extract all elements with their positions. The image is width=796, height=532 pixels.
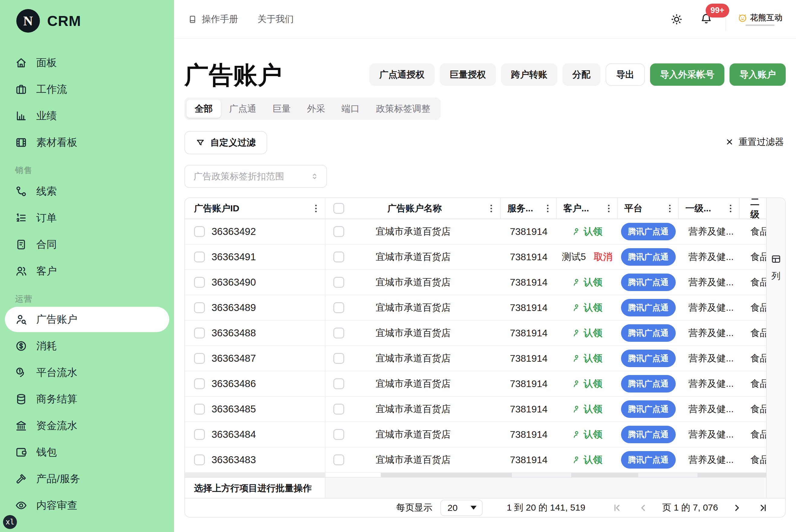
- juliang-authorize-button[interactable]: 巨量授权: [440, 63, 496, 86]
- sidebar-item-label: 产品/服务: [36, 472, 80, 486]
- sidebar-item-fund-flow[interactable]: 资金流水: [0, 413, 174, 439]
- claim-action[interactable]: 认领: [572, 225, 602, 238]
- sidebar-item-wallet[interactable]: 钱包: [0, 439, 174, 466]
- previous-page-button[interactable]: [638, 503, 648, 513]
- row-checkbox[interactable]: [194, 454, 205, 465]
- sidebar-item-customers[interactable]: 客户: [0, 258, 174, 284]
- cross-account-transfer-button[interactable]: 跨户转账: [501, 63, 557, 86]
- sidebar-item-platform-flow[interactable]: 平台流水: [0, 359, 174, 386]
- row-checkbox[interactable]: [333, 378, 344, 389]
- row-checkbox[interactable]: [333, 226, 344, 237]
- ad-account-name: 宜城市承道百货店: [376, 352, 451, 365]
- column-menu-icon[interactable]: [310, 202, 322, 215]
- sidebar-item-contracts[interactable]: 合同: [0, 231, 174, 258]
- service-id: 7381914: [510, 429, 548, 440]
- row-checkbox[interactable]: [194, 429, 205, 440]
- column-menu-icon[interactable]: [602, 202, 615, 215]
- about-link[interactable]: 关于我们: [257, 13, 294, 25]
- sidebar-item-material-board[interactable]: 素材看板: [0, 129, 174, 156]
- claim-action[interactable]: 认领: [572, 327, 602, 339]
- category-level1: 营养及健...: [688, 327, 734, 339]
- row-checkbox[interactable]: [333, 251, 344, 262]
- row-checkbox[interactable]: [333, 328, 344, 339]
- tab-juliang[interactable]: 巨量: [265, 100, 299, 118]
- row-checkbox[interactable]: [194, 353, 205, 364]
- sidebar-item-products-services[interactable]: 产品/服务: [0, 466, 174, 492]
- filter-tabs: 全部 广点通 巨量 外采 端口 政策标签调整: [184, 97, 440, 120]
- row-checkbox[interactable]: [194, 251, 205, 262]
- sidebar-item-orders[interactable]: 订单: [0, 205, 174, 231]
- category-level1: 营养及健...: [688, 377, 734, 390]
- row-checkbox[interactable]: [333, 404, 344, 415]
- first-page-button[interactable]: [612, 503, 622, 513]
- claim-action[interactable]: 认领: [572, 352, 602, 365]
- brand-logo-icon: N: [16, 9, 40, 33]
- tab-policy-tag-adjust[interactable]: 政策标签调整: [368, 100, 438, 118]
- horizontal-scrollbar[interactable]: [185, 473, 785, 477]
- column-menu-icon[interactable]: [664, 202, 676, 215]
- claim-action[interactable]: 认领: [572, 377, 602, 390]
- columns-panel-toggle[interactable]: 列: [766, 198, 785, 499]
- brand[interactable]: N CRM: [0, 0, 174, 33]
- sidebar-item-ad-accounts[interactable]: 广告账户: [5, 307, 169, 332]
- row-checkbox[interactable]: [194, 302, 205, 313]
- select-all-checkbox[interactable]: [333, 203, 344, 214]
- claim-action[interactable]: 认领: [572, 454, 602, 466]
- table-row: 36363488 宜城市承道百货店 7381914 认领 腾讯广点通 营养及健.…: [185, 321, 785, 346]
- partner-logo-subtext-bar: [745, 24, 775, 26]
- tab-all[interactable]: 全部: [186, 100, 221, 118]
- about-label: 关于我们: [257, 13, 294, 25]
- page-title: 广告账户: [184, 59, 282, 92]
- row-checkbox[interactable]: [333, 277, 344, 288]
- reset-filters-button[interactable]: 重置过滤器: [725, 134, 784, 150]
- partner-logo[interactable]: 花熊互动: [737, 12, 783, 26]
- tab-external[interactable]: 外采: [299, 100, 333, 118]
- row-checkbox[interactable]: [194, 226, 205, 237]
- row-checkbox[interactable]: [333, 302, 344, 313]
- row-checkbox[interactable]: [194, 328, 205, 339]
- tab-port[interactable]: 端口: [333, 100, 368, 118]
- per-page-select[interactable]: 20: [440, 500, 483, 516]
- sidebar-item-label: 平台流水: [36, 366, 77, 380]
- row-checkbox[interactable]: [194, 378, 205, 389]
- assign-button[interactable]: 分配: [562, 63, 600, 86]
- row-checkbox[interactable]: [333, 454, 344, 465]
- manual-link[interactable]: 操作手册: [188, 13, 238, 25]
- person-icon: [572, 227, 581, 236]
- row-checkbox[interactable]: [333, 429, 344, 440]
- cancel-action[interactable]: 取消: [594, 251, 613, 263]
- user-avatar[interactable]: xl: [3, 515, 17, 529]
- claim-action[interactable]: 认领: [572, 301, 602, 314]
- sidebar-item-performance[interactable]: 业绩: [0, 103, 174, 129]
- sidebar-item-workflow[interactable]: 工作流: [0, 76, 174, 103]
- sidebar-item-leads[interactable]: 线索: [0, 178, 174, 205]
- page-actions: 广点通授权 巨量授权 跨户转账 分配 导出 导入外采帐号 导入账户: [369, 63, 786, 86]
- column-menu-icon[interactable]: [724, 202, 737, 215]
- custom-filter-button[interactable]: 自定义过滤: [184, 131, 267, 154]
- sidebar-item-dashboard[interactable]: 面板: [0, 50, 174, 76]
- next-page-button[interactable]: [732, 503, 742, 513]
- import-account-button[interactable]: 导入账户: [729, 63, 786, 86]
- column-header-customer: 客户...: [557, 198, 618, 218]
- briefcase-icon: [15, 83, 27, 95]
- column-menu-icon[interactable]: [542, 202, 554, 215]
- row-checkbox[interactable]: [333, 353, 344, 364]
- row-checkbox[interactable]: [194, 277, 205, 288]
- gdt-authorize-button[interactable]: 广点通授权: [369, 63, 435, 86]
- theme-toggle-button[interactable]: [671, 13, 683, 25]
- column-menu-icon[interactable]: [485, 202, 497, 215]
- claim-action[interactable]: 认领: [572, 276, 602, 289]
- policy-discount-select[interactable]: 广告政策标签折扣范围: [184, 165, 327, 188]
- ad-account-name: 宜城市承道百货店: [376, 377, 451, 390]
- claim-action[interactable]: 认领: [572, 428, 602, 441]
- export-button[interactable]: 导出: [605, 63, 645, 86]
- sidebar-item-consumption[interactable]: 消耗: [0, 333, 174, 359]
- row-range-text: 1 到 20 的 141, 519: [507, 501, 585, 514]
- tab-gdt[interactable]: 广点通: [221, 100, 265, 118]
- claim-action[interactable]: 认领: [572, 403, 602, 415]
- sidebar-item-business-settlement[interactable]: 商务结算: [0, 386, 174, 413]
- sidebar-item-content-review[interactable]: 内容审查: [0, 492, 174, 519]
- row-checkbox[interactable]: [194, 404, 205, 415]
- last-page-button[interactable]: [758, 503, 768, 513]
- import-external-account-button[interactable]: 导入外采帐号: [650, 63, 724, 86]
